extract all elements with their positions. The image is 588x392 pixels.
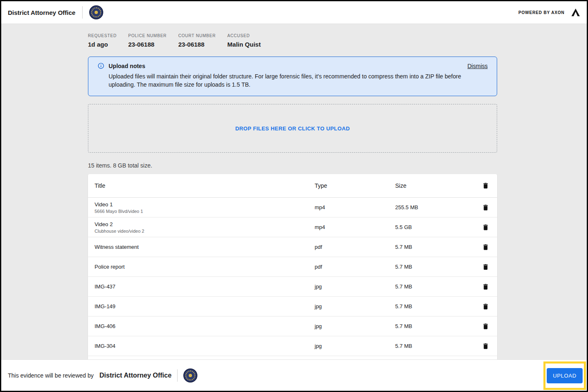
file-title-cell: IMG-406 (95, 323, 315, 329)
upload-notes-header: Upload notes Dismiss (97, 62, 488, 69)
file-type: pdf (315, 264, 395, 270)
file-type: jpg (315, 323, 395, 329)
info-icon (97, 62, 104, 69)
file-type: jpg (315, 343, 395, 349)
file-size: 255.5 MB (395, 204, 474, 210)
table-row: Police report pdf 5.7 MB (88, 257, 497, 277)
upload-button[interactable]: UPLOAD (547, 368, 583, 383)
trash-icon (482, 342, 489, 350)
table-row: Video 2 Clubhouse video/video 2 mp4 5.5 … (88, 217, 497, 237)
meta-label: ACCUSED (228, 33, 261, 38)
da-seal-logo-icon (183, 368, 197, 383)
file-title-cell: Video 2 Clubhouse video/video 2 (95, 221, 315, 234)
page: District Attorney Office POWERED BY AXON… (0, 0, 588, 392)
powered-by-label: POWERED BY AXON (519, 10, 564, 15)
delete-all-button[interactable] (477, 177, 494, 194)
table-row: IMG-149 jpg 5.7 MB (88, 297, 497, 316)
file-size: 5.7 MB (395, 303, 474, 309)
file-title: Police report (95, 264, 315, 270)
case-meta-row: REQUESTED 1d ago POLICE NUMBER 23-06188 … (88, 33, 497, 48)
meta-label: REQUESTED (88, 33, 116, 38)
meta-accused: ACCUSED Malin Quist (228, 33, 261, 48)
table-row: Witness statement pdf 5.7 MB (88, 237, 497, 257)
files-table-card: Title Type Size Video 1 5666 Mayo Blvd/v… (88, 174, 497, 359)
meta-label: COURT NUMBER (178, 33, 216, 38)
meta-value: 23-06188 (178, 41, 216, 48)
file-size: 5.7 MB (395, 343, 474, 349)
delete-file-button[interactable] (477, 338, 494, 354)
footer-org-name: District Attorney Office (100, 372, 172, 379)
meta-value: Malin Quist (228, 41, 261, 48)
meta-label: POLICE NUMBER (128, 33, 166, 38)
axon-logo-icon (571, 8, 580, 17)
table-row: IMG-437 jpg 5.7 MB (88, 277, 497, 297)
file-path: Clubhouse video/video 2 (95, 229, 315, 234)
file-title-cell: IMG-437 (95, 283, 315, 290)
review-text: This evidence will be reviewed by (8, 372, 94, 379)
file-type: mp4 (315, 204, 395, 210)
file-title: Video 2 (95, 221, 315, 227)
table-row: Video 1 5666 Mayo Blvd/video 1 mp4 255.5… (88, 198, 497, 217)
column-header-type: Type (315, 182, 395, 189)
file-size: 5.7 MB (395, 264, 474, 270)
column-header-size: Size (395, 182, 474, 189)
trash-icon (482, 283, 489, 290)
delete-file-button[interactable] (477, 298, 494, 315)
content-column: REQUESTED 1d ago POLICE NUMBER 23-06188 … (88, 33, 497, 359)
meta-police-number: POLICE NUMBER 23-06188 (128, 33, 166, 48)
file-title: IMG-406 (95, 323, 315, 329)
trash-icon (482, 243, 489, 251)
delete-file-button[interactable] (477, 239, 494, 255)
meta-requested: REQUESTED 1d ago (88, 33, 116, 48)
file-title-cell: IMG-149 (95, 303, 315, 309)
file-size: 5.7 MB (395, 244, 474, 250)
file-type: mp4 (315, 224, 395, 230)
file-title-cell: IMG-304 (95, 343, 315, 349)
bottom-bar: This evidence will be reviewed by Distri… (1, 359, 587, 391)
file-title: IMG-149 (95, 303, 315, 309)
file-dropzone[interactable]: DROP FILES HERE OR CLICK TO UPLOAD (88, 104, 497, 153)
trash-icon (482, 224, 489, 231)
file-title: IMG-437 (95, 283, 315, 290)
table-row: IMG-406 jpg 5.7 MB (88, 316, 497, 336)
dismiss-link[interactable]: Dismiss (467, 63, 488, 69)
meta-value: 23-06188 (128, 41, 166, 48)
upload-button-highlight: UPLOAD (543, 361, 586, 390)
file-title: Video 1 (95, 201, 315, 208)
upload-notes-body: Uploaded files will maintain their origi… (109, 72, 488, 89)
da-seal-logo-icon (89, 5, 103, 19)
org-title: District Attorney Office (8, 9, 76, 16)
file-type: jpg (315, 303, 395, 309)
file-size: 5.7 MB (395, 323, 474, 329)
file-title: Witness statement (95, 244, 315, 250)
trash-icon (482, 323, 489, 330)
meta-value: 1d ago (88, 41, 116, 48)
table-row: IMG-304 jpg 5.7 MB (88, 336, 497, 356)
trash-icon (482, 263, 489, 271)
file-type: jpg (315, 283, 395, 290)
delete-file-button[interactable] (477, 219, 494, 236)
meta-court-number: COURT NUMBER 23-06188 (178, 33, 216, 48)
file-title-cell: Witness statement (95, 244, 315, 250)
column-header-title: Title (95, 182, 315, 189)
file-path: 5666 Mayo Blvd/video 1 (95, 209, 315, 214)
trash-icon (482, 204, 489, 211)
delete-file-button[interactable] (477, 199, 494, 216)
upload-notes-banner: Upload notes Dismiss Uploaded files will… (88, 57, 497, 96)
table-header-row: Title Type Size (88, 174, 497, 198)
trash-icon (482, 182, 489, 189)
delete-file-button[interactable] (477, 279, 494, 295)
upload-notes-title: Upload notes (109, 63, 145, 69)
items-summary: 15 items. 8 GB total size. (88, 162, 497, 169)
delete-file-button[interactable] (477, 259, 494, 275)
trash-icon (482, 303, 489, 310)
file-size: 5.7 MB (395, 283, 474, 290)
file-size: 5.5 GB (395, 224, 474, 230)
topbar-divider (82, 6, 83, 19)
dropzone-label: DROP FILES HERE OR CLICK TO UPLOAD (235, 125, 350, 132)
top-bar: District Attorney Office POWERED BY AXON (1, 1, 587, 24)
file-title-cell: Video 1 5666 Mayo Blvd/video 1 (95, 201, 315, 214)
delete-file-button[interactable] (477, 318, 494, 335)
file-type: pdf (315, 244, 395, 250)
main-area: REQUESTED 1d ago POLICE NUMBER 23-06188 … (1, 24, 587, 359)
